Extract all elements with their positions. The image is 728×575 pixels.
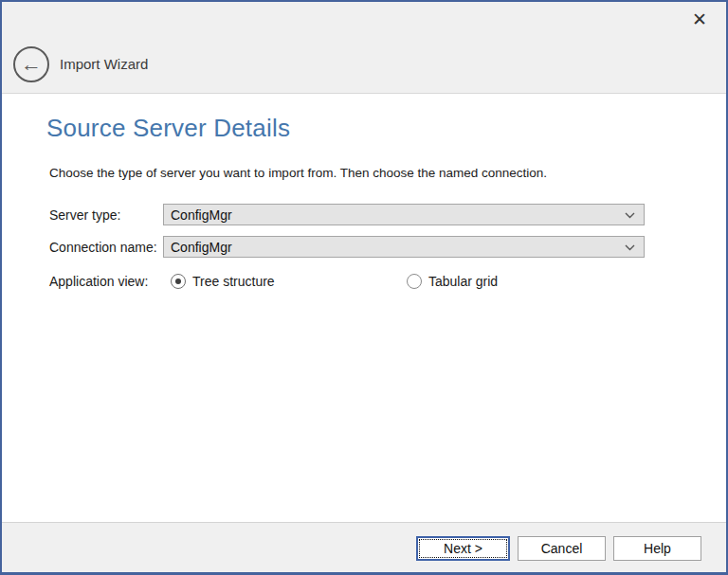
back-arrow-icon: ←	[21, 54, 42, 75]
close-icon[interactable]: ✕	[684, 6, 715, 32]
radio-option-tree-structure[interactable]: Tree structure	[171, 274, 407, 289]
back-button[interactable]: ←	[13, 46, 49, 82]
server-type-row: Server type: ConfigMgr	[49, 204, 726, 225]
connection-name-value: ConfigMgr	[171, 240, 232, 255]
radio-button-icon[interactable]	[171, 274, 186, 289]
button-bar: Next > Cancel Help	[2, 522, 726, 572]
title-bar: ✕	[2, 2, 726, 35]
page-title: Source Server Details	[46, 114, 726, 143]
wizard-page: Source Server Details Choose the type of…	[2, 94, 726, 522]
page-description: Choose the type of server you want to im…	[49, 166, 726, 180]
application-view-options: Tree structure Tabular grid	[163, 274, 498, 289]
radio-label: Tree structure	[192, 274, 275, 289]
next-button[interactable]: Next >	[416, 536, 510, 561]
wizard-header: ← Import Wizard	[2, 35, 726, 94]
server-type-label: Server type:	[49, 207, 163, 223]
connection-name-dropdown[interactable]: ConfigMgr	[163, 236, 645, 258]
radio-dot-icon	[175, 279, 181, 284]
import-wizard-dialog: ✕ ← Import Wizard Source Server Details …	[0, 0, 728, 575]
connection-name-label: Connection name:	[49, 240, 163, 255]
cancel-button[interactable]: Cancel	[518, 536, 606, 561]
server-type-dropdown[interactable]: ConfigMgr	[163, 204, 645, 225]
wizard-title: Import Wizard	[60, 56, 148, 72]
chevron-down-icon	[625, 244, 635, 251]
connection-name-row: Connection name: ConfigMgr	[49, 236, 726, 258]
chevron-down-icon	[625, 212, 635, 219]
form: Server type: ConfigMgr Connection name: …	[49, 204, 726, 289]
radio-button-icon[interactable]	[407, 274, 422, 289]
server-type-value: ConfigMgr	[171, 207, 232, 223]
application-view-label: Application view:	[49, 274, 163, 289]
help-button[interactable]: Help	[613, 536, 701, 561]
radio-option-tabular-grid[interactable]: Tabular grid	[407, 274, 498, 289]
radio-label: Tabular grid	[428, 274, 498, 289]
application-view-row: Application view: Tree structure Tabular…	[49, 274, 726, 289]
